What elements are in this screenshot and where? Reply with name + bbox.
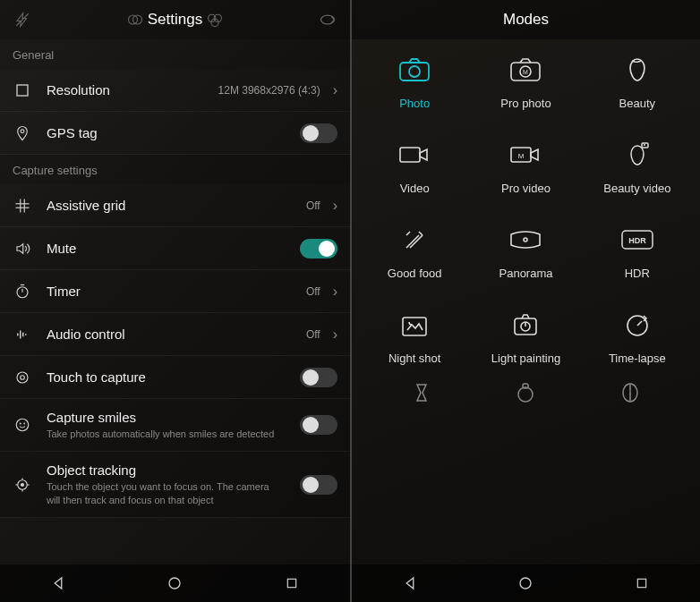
extra-mode-2-icon[interactable]: [512, 379, 539, 406]
recent-button[interactable]: [632, 573, 652, 593]
resolution-value: 12M 3968x2976 (4:3): [218, 84, 320, 97]
timer-icon: [13, 282, 32, 301]
svg-point-23: [24, 423, 25, 424]
modes-header: Modes: [352, 0, 700, 39]
svg-point-19: [17, 372, 28, 383]
night-icon: [397, 310, 432, 339]
mode-photo[interactable]: Photo: [359, 55, 470, 110]
smiles-sub: Take photos automatically when smiles ar…: [47, 428, 279, 440]
timer-value: Off: [306, 285, 320, 298]
home-button[interactable]: [516, 573, 535, 593]
section-general: General: [0, 39, 350, 69]
svg-text:M: M: [524, 69, 529, 75]
svg-rect-37: [400, 148, 420, 162]
timer-label: Timer: [47, 284, 306, 299]
back-button[interactable]: [48, 573, 68, 593]
mode-food[interactable]: Good food: [359, 225, 470, 280]
mode-label: Pro photo: [500, 97, 551, 110]
mode-beauty[interactable]: Beauty: [582, 55, 693, 110]
row-smiles[interactable]: Capture smiles Take photos automatically…: [0, 399, 350, 452]
chevron-icon: ›: [333, 82, 337, 98]
android-navbar: [352, 564, 700, 602]
back-button[interactable]: [400, 573, 420, 593]
mode-label: Night shot: [388, 352, 441, 365]
extra-mode-3-icon[interactable]: [617, 379, 644, 406]
mode-label: Good food: [388, 267, 442, 280]
touch-toggle[interactable]: [300, 368, 337, 387]
row-mute[interactable]: Mute: [0, 227, 350, 270]
food-icon: [397, 225, 432, 254]
speaker-icon: [13, 239, 32, 259]
svg-point-22: [20, 423, 21, 424]
modes-bottom-row: [352, 365, 700, 406]
svg-point-25: [21, 483, 24, 486]
row-touch[interactable]: Touch to capture: [0, 356, 350, 399]
tracking-label: Object tracking: [47, 462, 300, 478]
svg-rect-32: [400, 63, 429, 81]
mode-label: Beauty video: [603, 182, 670, 195]
row-grid[interactable]: Assistive grid Off ›: [0, 184, 350, 227]
recent-button[interactable]: [282, 573, 302, 593]
mode-light-painting[interactable]: Light painting: [470, 310, 581, 365]
touch-label: Touch to capture: [47, 369, 300, 385]
tracking-toggle[interactable]: [300, 475, 337, 495]
grid-label: Assistive grid: [47, 198, 306, 213]
mode-label: Light painting: [491, 352, 560, 365]
mode-panorama[interactable]: Panorama: [470, 225, 581, 280]
grid-icon: [13, 196, 32, 216]
mode-label: HDR: [625, 267, 650, 280]
home-button[interactable]: [165, 573, 184, 593]
mode-label: Time-lapse: [609, 352, 666, 365]
audio-icon: [13, 325, 32, 344]
svg-rect-52: [523, 384, 528, 388]
smiles-toggle[interactable]: [300, 415, 337, 435]
row-audio[interactable]: Audio control Off ›: [0, 313, 350, 356]
mode-night[interactable]: Night shot: [359, 310, 470, 365]
mute-toggle[interactable]: [300, 239, 337, 259]
mode-label: Video: [400, 182, 430, 195]
row-tracking[interactable]: Object tracking Touch the object you wan…: [0, 452, 350, 518]
section-capture: Capture settings: [0, 155, 350, 184]
chevron-icon: ›: [333, 198, 337, 214]
mode-beauty-video[interactable]: Beauty video: [582, 140, 693, 195]
row-gps[interactable]: GPS tag: [0, 112, 350, 155]
smiles-label: Capture smiles: [47, 410, 300, 425]
panorama-icon: [508, 225, 543, 254]
target-icon: [13, 475, 32, 495]
svg-rect-56: [637, 579, 645, 587]
mode-label: Photo: [399, 97, 430, 110]
svg-rect-6: [17, 85, 28, 96]
mode-video[interactable]: Video: [359, 140, 470, 195]
pro-video-icon: M: [508, 140, 543, 169]
gps-toggle[interactable]: [300, 123, 337, 143]
chevron-icon: ›: [333, 284, 337, 300]
modes-pane: Modes Photo M Pro photo Beauty: [350, 0, 700, 602]
mode-label: Panorama: [499, 267, 553, 280]
hdr-icon: HDR: [619, 225, 655, 254]
mode-hdr[interactable]: HDR HDR: [582, 225, 693, 280]
face-video-icon: [619, 140, 655, 169]
modes-title: Modes: [503, 11, 549, 29]
row-timer[interactable]: Timer Off ›: [0, 270, 350, 313]
grid-value: Off: [306, 199, 320, 212]
flash-icon[interactable]: [13, 10, 32, 30]
mode-label: Pro video: [501, 182, 551, 195]
color-icon[interactable]: [205, 10, 225, 30]
touch-icon: [13, 368, 32, 387]
svg-rect-31: [287, 579, 295, 587]
filter-icon[interactable]: [125, 10, 145, 30]
mode-pro-photo[interactable]: M Pro photo: [470, 55, 581, 110]
mode-timelapse[interactable]: Time-lapse: [582, 310, 693, 365]
row-resolution[interactable]: Resolution 12M 3968x2976 (4:3) ›: [0, 69, 350, 112]
extra-mode-1-icon[interactable]: [408, 379, 435, 406]
tracking-sub: Touch the object you want to focus on. T…: [47, 480, 279, 506]
svg-point-42: [524, 238, 527, 242]
smile-icon: [13, 415, 32, 435]
mode-pro-video[interactable]: M Pro video: [470, 140, 581, 195]
switch-camera-icon[interactable]: [318, 10, 337, 30]
mute-label: Mute: [47, 241, 300, 256]
android-navbar: [0, 564, 350, 602]
svg-text:HDR: HDR: [628, 236, 646, 245]
settings-pane: Settings General Resolution 12M 3968x297…: [0, 0, 350, 602]
svg-point-33: [409, 66, 420, 77]
